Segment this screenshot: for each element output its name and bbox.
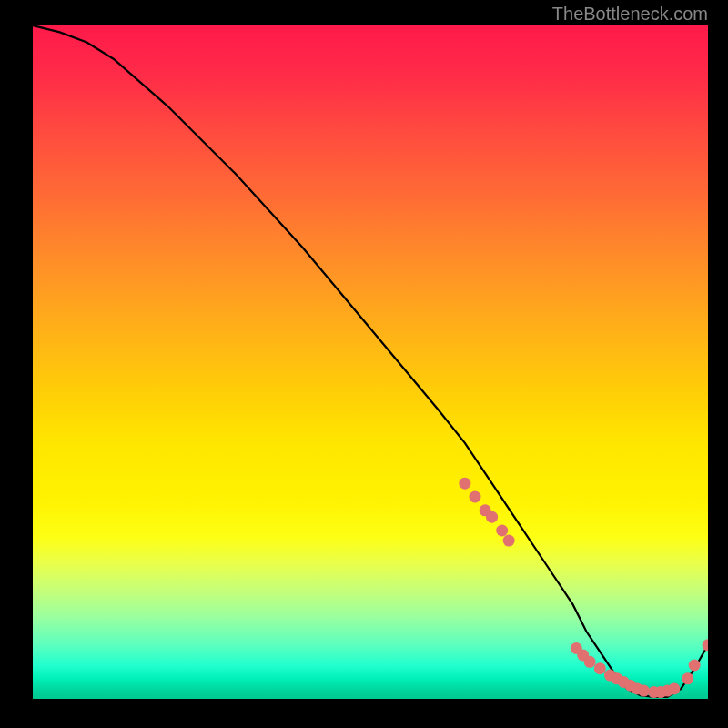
data-point: [703, 639, 709, 651]
data-point: [459, 478, 470, 490]
chart-container: TheBottleneck.com: [0, 0, 728, 728]
data-point: [638, 685, 650, 697]
data-point: [668, 682, 680, 694]
data-point: [486, 511, 498, 523]
scatter-points: [459, 478, 708, 698]
chart-svg: [33, 25, 708, 699]
data-point: [689, 660, 701, 672]
data-point: [470, 491, 481, 503]
bottleneck-curve: [33, 25, 708, 697]
data-point: [594, 662, 606, 674]
data-point: [584, 656, 596, 668]
plot-area: [33, 25, 708, 699]
data-point: [503, 535, 515, 547]
data-point: [682, 672, 693, 684]
data-point: [496, 525, 508, 537]
watermark-text: TheBottleneck.com: [552, 4, 708, 25]
